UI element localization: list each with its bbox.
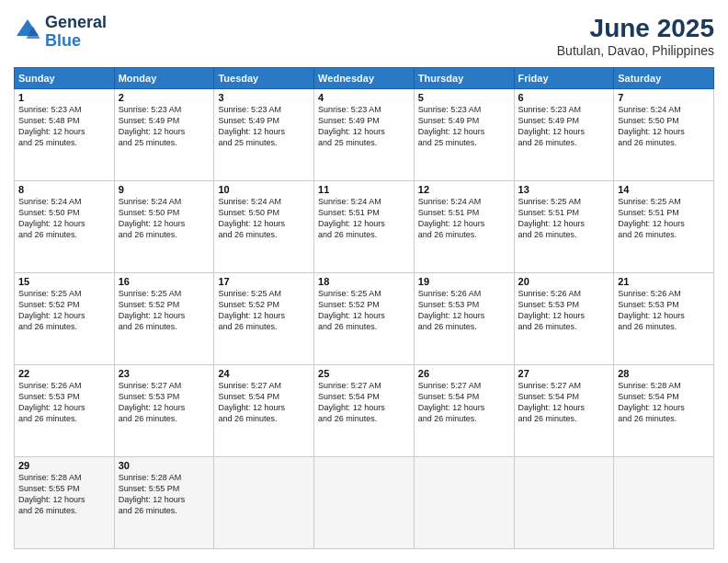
- title-block: June 2025 Butulan, Davao, Philippines: [557, 14, 714, 58]
- calendar-cell: [514, 457, 614, 549]
- calendar-cell: 6Sunrise: 5:23 AMSunset: 5:49 PMDaylight…: [514, 89, 614, 181]
- day-number: 14: [618, 184, 710, 195]
- day-number: 26: [418, 368, 510, 379]
- calendar-cell: 4Sunrise: 5:23 AMSunset: 5:49 PMDaylight…: [314, 89, 415, 181]
- cell-detail: Sunrise: 5:23 AMSunset: 5:49 PMDaylight:…: [218, 104, 310, 149]
- calendar: SundayMondayTuesdayWednesdayThursdayFrid…: [14, 67, 714, 549]
- day-number: 11: [318, 184, 410, 195]
- cell-detail: Sunrise: 5:26 AMSunset: 5:53 PMDaylight:…: [518, 288, 610, 333]
- cell-detail: Sunrise: 5:25 AMSunset: 5:52 PMDaylight:…: [218, 288, 310, 333]
- logo-blue: Blue: [45, 32, 107, 51]
- cell-detail: Sunrise: 5:23 AMSunset: 5:49 PMDaylight:…: [318, 104, 410, 149]
- cell-detail: Sunrise: 5:25 AMSunset: 5:51 PMDaylight:…: [518, 196, 610, 241]
- day-number: 10: [218, 184, 310, 195]
- weekday-header: Friday: [514, 68, 614, 89]
- calendar-cell: 17Sunrise: 5:25 AMSunset: 5:52 PMDayligh…: [214, 273, 314, 365]
- cell-detail: Sunrise: 5:24 AMSunset: 5:51 PMDaylight:…: [418, 196, 510, 241]
- cell-detail: Sunrise: 5:28 AMSunset: 5:55 PMDaylight:…: [18, 472, 110, 517]
- calendar-cell: 18Sunrise: 5:25 AMSunset: 5:52 PMDayligh…: [314, 273, 415, 365]
- day-number: 16: [119, 276, 210, 287]
- calendar-cell: 11Sunrise: 5:24 AMSunset: 5:51 PMDayligh…: [314, 181, 415, 273]
- calendar-cell: 28Sunrise: 5:28 AMSunset: 5:54 PMDayligh…: [614, 365, 714, 457]
- day-number: 25: [318, 368, 410, 379]
- day-number: 30: [119, 460, 210, 471]
- calendar-cell: 20Sunrise: 5:26 AMSunset: 5:53 PMDayligh…: [514, 273, 614, 365]
- day-number: 2: [119, 92, 210, 103]
- cell-detail: Sunrise: 5:23 AMSunset: 5:48 PMDaylight:…: [18, 104, 110, 149]
- calendar-cell: 8Sunrise: 5:24 AMSunset: 5:50 PMDaylight…: [15, 181, 115, 273]
- calendar-week-row: 1Sunrise: 5:23 AMSunset: 5:48 PMDaylight…: [15, 89, 714, 181]
- cell-detail: Sunrise: 5:23 AMSunset: 5:49 PMDaylight:…: [418, 104, 510, 149]
- day-number: 3: [218, 92, 310, 103]
- calendar-cell: [414, 457, 514, 549]
- day-number: 7: [618, 92, 710, 103]
- day-number: 15: [18, 276, 110, 287]
- cell-detail: Sunrise: 5:25 AMSunset: 5:52 PMDaylight:…: [318, 288, 410, 333]
- calendar-cell: 23Sunrise: 5:27 AMSunset: 5:53 PMDayligh…: [114, 365, 214, 457]
- header: General Blue June 2025 Butulan, Davao, P…: [14, 14, 714, 58]
- weekday-header: Saturday: [614, 68, 714, 89]
- calendar-week-row: 29Sunrise: 5:28 AMSunset: 5:55 PMDayligh…: [15, 457, 714, 549]
- cell-detail: Sunrise: 5:25 AMSunset: 5:52 PMDaylight:…: [18, 288, 110, 333]
- day-number: 12: [418, 184, 510, 195]
- cell-detail: Sunrise: 5:24 AMSunset: 5:50 PMDaylight:…: [218, 196, 310, 241]
- cell-detail: Sunrise: 5:23 AMSunset: 5:49 PMDaylight:…: [119, 104, 210, 149]
- calendar-cell: 22Sunrise: 5:26 AMSunset: 5:53 PMDayligh…: [15, 365, 115, 457]
- cell-detail: Sunrise: 5:24 AMSunset: 5:50 PMDaylight:…: [18, 196, 110, 241]
- day-number: 21: [618, 276, 710, 287]
- day-number: 8: [18, 184, 110, 195]
- day-number: 20: [518, 276, 610, 287]
- page: General Blue June 2025 Butulan, Davao, P…: [0, 0, 728, 563]
- calendar-week-row: 8Sunrise: 5:24 AMSunset: 5:50 PMDaylight…: [15, 181, 714, 273]
- cell-detail: Sunrise: 5:24 AMSunset: 5:50 PMDaylight:…: [618, 104, 710, 149]
- calendar-cell: 19Sunrise: 5:26 AMSunset: 5:53 PMDayligh…: [414, 273, 514, 365]
- calendar-cell: 27Sunrise: 5:27 AMSunset: 5:54 PMDayligh…: [514, 365, 614, 457]
- day-number: 4: [318, 92, 410, 103]
- cell-detail: Sunrise: 5:24 AMSunset: 5:51 PMDaylight:…: [318, 196, 410, 241]
- calendar-cell: 13Sunrise: 5:25 AMSunset: 5:51 PMDayligh…: [514, 181, 614, 273]
- calendar-body: 1Sunrise: 5:23 AMSunset: 5:48 PMDaylight…: [15, 89, 714, 549]
- weekday-header: Monday: [114, 68, 214, 89]
- calendar-cell: 26Sunrise: 5:27 AMSunset: 5:54 PMDayligh…: [414, 365, 514, 457]
- weekday-header: Sunday: [15, 68, 115, 89]
- day-number: 18: [318, 276, 410, 287]
- day-number: 29: [18, 460, 110, 471]
- day-number: 13: [518, 184, 610, 195]
- cell-detail: Sunrise: 5:28 AMSunset: 5:55 PMDaylight:…: [119, 472, 210, 517]
- calendar-cell: 21Sunrise: 5:26 AMSunset: 5:53 PMDayligh…: [614, 273, 714, 365]
- day-number: 6: [518, 92, 610, 103]
- calendar-cell: 7Sunrise: 5:24 AMSunset: 5:50 PMDaylight…: [614, 89, 714, 181]
- cell-detail: Sunrise: 5:24 AMSunset: 5:50 PMDaylight:…: [119, 196, 210, 241]
- location: Butulan, Davao, Philippines: [557, 43, 714, 58]
- calendar-cell: [314, 457, 415, 549]
- calendar-cell: 12Sunrise: 5:24 AMSunset: 5:51 PMDayligh…: [414, 181, 514, 273]
- calendar-cell: 16Sunrise: 5:25 AMSunset: 5:52 PMDayligh…: [114, 273, 214, 365]
- day-number: 9: [119, 184, 210, 195]
- logo-text: General Blue: [45, 14, 107, 51]
- cell-detail: Sunrise: 5:26 AMSunset: 5:53 PMDaylight:…: [418, 288, 510, 333]
- calendar-header: SundayMondayTuesdayWednesdayThursdayFrid…: [15, 68, 714, 89]
- day-number: 28: [618, 368, 710, 379]
- calendar-cell: 15Sunrise: 5:25 AMSunset: 5:52 PMDayligh…: [15, 273, 115, 365]
- calendar-cell: 29Sunrise: 5:28 AMSunset: 5:55 PMDayligh…: [15, 457, 115, 549]
- day-number: 17: [218, 276, 310, 287]
- weekday-header: Wednesday: [314, 68, 415, 89]
- day-number: 22: [18, 368, 110, 379]
- cell-detail: Sunrise: 5:23 AMSunset: 5:49 PMDaylight:…: [518, 104, 610, 149]
- weekday-header: Tuesday: [214, 68, 314, 89]
- cell-detail: Sunrise: 5:26 AMSunset: 5:53 PMDaylight:…: [18, 380, 110, 425]
- month-year: June 2025: [557, 14, 714, 43]
- calendar-cell: 9Sunrise: 5:24 AMSunset: 5:50 PMDaylight…: [114, 181, 214, 273]
- day-number: 24: [218, 368, 310, 379]
- cell-detail: Sunrise: 5:27 AMSunset: 5:54 PMDaylight:…: [418, 380, 510, 425]
- cell-detail: Sunrise: 5:27 AMSunset: 5:53 PMDaylight:…: [119, 380, 210, 425]
- calendar-week-row: 15Sunrise: 5:25 AMSunset: 5:52 PMDayligh…: [15, 273, 714, 365]
- calendar-week-row: 22Sunrise: 5:26 AMSunset: 5:53 PMDayligh…: [15, 365, 714, 457]
- calendar-cell: [214, 457, 314, 549]
- day-number: 5: [418, 92, 510, 103]
- calendar-cell: 24Sunrise: 5:27 AMSunset: 5:54 PMDayligh…: [214, 365, 314, 457]
- cell-detail: Sunrise: 5:27 AMSunset: 5:54 PMDaylight:…: [318, 380, 410, 425]
- calendar-cell: 10Sunrise: 5:24 AMSunset: 5:50 PMDayligh…: [214, 181, 314, 273]
- calendar-cell: 2Sunrise: 5:23 AMSunset: 5:49 PMDaylight…: [114, 89, 214, 181]
- cell-detail: Sunrise: 5:28 AMSunset: 5:54 PMDaylight:…: [618, 380, 710, 425]
